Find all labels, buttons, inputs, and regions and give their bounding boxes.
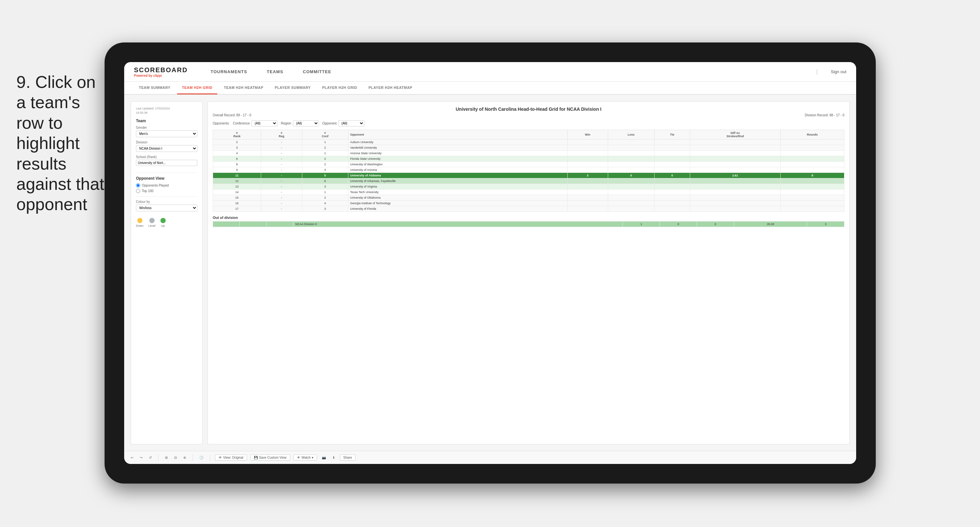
table-row[interactable]: 15-2University of Oklahoma: [213, 195, 845, 201]
table-cell: [690, 162, 780, 167]
table-cell: 0: [608, 173, 654, 178]
table-cell: [690, 156, 780, 162]
divider-2: [136, 196, 197, 197]
table-cell: [780, 206, 844, 212]
view-original-button[interactable]: 👁 View: Original: [215, 454, 247, 461]
table-row[interactable]: 12-6University of Arkansas, Fayetteville: [213, 178, 845, 184]
conference-filter-select[interactable]: (All): [251, 120, 277, 126]
table-cell: 3: [302, 184, 348, 189]
table-cell: [780, 189, 844, 195]
table-cell: [780, 162, 844, 167]
colour-by-select[interactable]: Win/loss: [136, 205, 197, 212]
nav-tournaments[interactable]: TOURNAMENTS: [207, 68, 250, 76]
table-row[interactable]: 9-3University of Arizona: [213, 167, 845, 173]
table-cell: 3: [568, 173, 608, 178]
table-cell: [568, 189, 608, 195]
table-header-row: #Rank #Reg #Conf Opponent Win Loss Tie D…: [213, 130, 845, 140]
share-button[interactable]: Share: [340, 454, 356, 461]
out-of-division-row[interactable]: NCAA Division II 1 0 0 26.00 3: [213, 221, 845, 227]
opponent-filter-select[interactable]: (All): [338, 120, 364, 126]
table-cell: 1: [302, 189, 348, 195]
division-label: Division: [136, 140, 197, 144]
tab-team-h2h-grid[interactable]: TEAM H2H GRID: [177, 81, 217, 94]
division-record: Division Record: 88 - 17 - 0: [805, 113, 845, 117]
table-cell: -: [261, 173, 302, 178]
nav-teams[interactable]: TEAMS: [263, 68, 286, 76]
ood-conf: [266, 221, 293, 227]
bottom-toolbar: ↩ ↪ ↺ ⊞ ⊟ ⊕ 🕐 👁 View: Original 💾 Save Cu…: [124, 451, 856, 464]
table-cell: 3: [302, 167, 348, 173]
table-row[interactable]: 8-2University of Washington: [213, 162, 845, 167]
table-cell: [780, 178, 844, 184]
table-cell: 0: [654, 173, 690, 178]
col-tie: Tie: [654, 130, 690, 140]
table-row[interactable]: 13-3University of Virginia: [213, 184, 845, 189]
format-button[interactable]: ⊕: [182, 455, 188, 460]
records-row: Overall Record: 89 - 17 - 0 Division Rec…: [213, 113, 845, 117]
tab-player-h2h-heatmap[interactable]: PLAYER H2H HEATMAP: [364, 81, 417, 94]
nav-committee[interactable]: COMMITTEE: [300, 68, 335, 76]
tab-player-summary[interactable]: PLAYER SUMMARY: [270, 81, 316, 94]
school-input[interactable]: [136, 160, 197, 166]
table-cell: 2: [302, 195, 348, 201]
table-cell: -: [261, 145, 302, 151]
clock-button[interactable]: 🕐: [198, 455, 205, 460]
table-row[interactable]: 4-1Arizona State University: [213, 151, 845, 156]
watch-button[interactable]: 👁 Watch ▾: [293, 454, 317, 461]
camera-button[interactable]: 📷: [320, 455, 328, 460]
table-row[interactable]: 6-2Florida State University: [213, 156, 845, 162]
table-cell: -: [261, 162, 302, 167]
table-cell: 13: [213, 184, 261, 189]
paste-button[interactable]: ⊟: [173, 455, 178, 460]
h2h-table: #Rank #Reg #Conf Opponent Win Loss Tie D…: [213, 130, 845, 212]
table-cell: -: [261, 156, 302, 162]
table-cell: 16: [213, 201, 261, 206]
tab-team-summary[interactable]: TEAM SUMMARY: [134, 81, 175, 94]
table-cell: Vanderbilt University: [348, 145, 568, 151]
undo-button[interactable]: ↩: [129, 455, 135, 460]
tab-player-h2h-grid[interactable]: PLAYER H2H GRID: [317, 81, 362, 94]
conference-filter-label: Conference: [233, 121, 250, 125]
tab-team-h2h-heatmap[interactable]: TEAM H2H HEATMAP: [219, 81, 268, 94]
table-cell: [654, 206, 690, 212]
radio-top-100[interactable]: Top 100: [136, 189, 197, 193]
ood-loss: 0: [660, 221, 697, 227]
table-row[interactable]: 3-2Vanderbilt University: [213, 145, 845, 151]
table-row[interactable]: 14-1Texas Tech University: [213, 189, 845, 195]
table-row[interactable]: 11-5University of Alabama3002.618: [213, 173, 845, 178]
opponent-filter-group: Opponent (All): [322, 120, 364, 126]
table-cell: University of Oklahoma: [348, 195, 568, 201]
copy-button[interactable]: ⊞: [163, 455, 169, 460]
table-cell: [654, 184, 690, 189]
right-panel: University of North Carolina Head-to-Hea…: [207, 101, 850, 444]
table-cell: [608, 140, 654, 145]
table-cell: [568, 195, 608, 201]
table-cell: 2: [213, 140, 261, 145]
table-cell: -: [261, 140, 302, 145]
table-cell: [690, 184, 780, 189]
reset-button[interactable]: ↺: [147, 455, 153, 460]
table-cell: University of Virginia: [348, 184, 568, 189]
col-rounds: Rounds: [780, 130, 844, 140]
table-cell: Arizona State University: [348, 151, 568, 156]
filters-row: Opponents: Conference (All) Region (All): [213, 120, 845, 126]
gender-select[interactable]: Men's: [136, 131, 197, 137]
table-row[interactable]: 16-4Georgia Institute of Technology: [213, 201, 845, 206]
table-cell: 8: [213, 162, 261, 167]
main-content: Last Updated: 27/03/2024 16:55:38 Team G…: [124, 95, 856, 451]
radio-opponents-played[interactable]: Opponents Played: [136, 183, 197, 188]
download-button[interactable]: ⬇: [331, 455, 337, 460]
table-cell: [654, 162, 690, 167]
legend-row: Down Level Up: [136, 218, 197, 228]
region-filter-select[interactable]: (All): [293, 120, 319, 126]
table-cell: [780, 184, 844, 189]
table-cell: [608, 178, 654, 184]
save-custom-view-button[interactable]: 💾 Save Custom View: [250, 454, 290, 461]
sign-out-link[interactable]: Sign out: [830, 69, 846, 74]
division-select[interactable]: NCAA Division I: [136, 145, 197, 152]
sub-nav: TEAM SUMMARY TEAM H2H GRID TEAM H2H HEAT…: [124, 82, 856, 95]
table-row[interactable]: 2-1Auburn University: [213, 140, 845, 145]
table-row[interactable]: 17-3University of Florida: [213, 206, 845, 212]
redo-button[interactable]: ↪: [138, 455, 144, 460]
table-cell: -: [261, 167, 302, 173]
